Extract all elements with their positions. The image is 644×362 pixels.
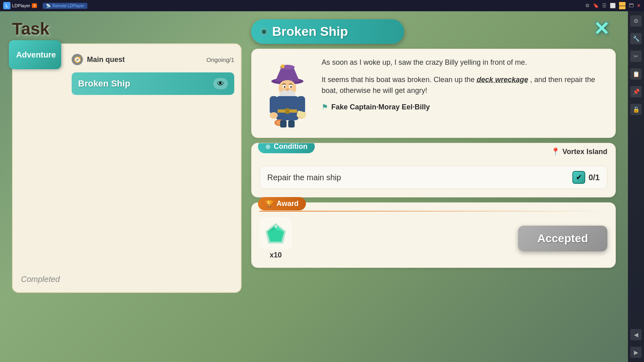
right-sidebar: ⚙ 🔧 ✂ 📋 📌 🔒 ◀ ▶ <box>628 11 644 362</box>
award-tab-text: Award <box>277 200 299 208</box>
condition-header: ⊕ Condition 📍 Vortex Island <box>252 143 615 160</box>
quest-section: 🧭 Main quest Ongoing/1 Broken Ship 👁 <box>72 51 234 95</box>
task-panel: Task Adventure 🧭 Main quest Ongoing/1 Br… <box>12 19 242 293</box>
expand-icon[interactable]: ⬜ <box>610 3 616 8</box>
story-line1: As soon as I woke up, I saw the crazy Bi… <box>322 57 606 68</box>
svg-rect-14 <box>270 96 278 114</box>
adventure-tab[interactable]: Adventure <box>9 40 61 69</box>
svg-point-10 <box>286 88 289 91</box>
bookmark-icon[interactable]: 🔖 <box>593 3 599 8</box>
ldplayer-version-badge: 9 <box>32 3 37 8</box>
quest-item-eye-icon: 👁 <box>213 78 228 89</box>
sidebar-icon-4[interactable]: 📋 <box>630 68 642 80</box>
quest-title-text: Broken Ship <box>272 24 348 39</box>
main-content: Task Adventure 🧭 Main quest Ongoing/1 Br… <box>0 11 628 362</box>
npc-names: Fake Captain·Moray Eel·Billy <box>331 103 430 111</box>
gem-count: x10 <box>270 251 282 259</box>
condition-card: ⊕ Condition 📍 Vortex Island Repair the m… <box>251 143 616 197</box>
ldplayer-logo-icon: L <box>3 2 10 9</box>
sidebar-icon-3[interactable]: ✂ <box>630 51 642 62</box>
quest-icon: 🧭 <box>72 54 83 65</box>
quest-item-name: Broken Ship <box>78 78 130 89</box>
progress-icon: ✔ <box>572 171 585 184</box>
gem-icon-wrap <box>260 217 292 249</box>
quest-name: Main quest <box>87 56 125 64</box>
svg-rect-21 <box>280 120 287 128</box>
story-line2: It seems that his boat was broken. Clean… <box>322 74 606 96</box>
close-button[interactable]: ✕ <box>637 3 641 8</box>
location-name: Vortex Island <box>562 148 607 156</box>
svg-point-8 <box>284 86 285 88</box>
ldplayer-logo-text: LDPlayer <box>12 3 30 8</box>
award-body: x10 Accepted <box>260 217 607 259</box>
award-tab-icon: 🏆 <box>265 200 273 208</box>
story-line2-before: It seems that his boat was broken. Clean… <box>322 76 477 84</box>
npc-icon: ⚑ <box>322 103 328 111</box>
task-card: Adventure 🧭 Main quest Ongoing/1 Broken … <box>12 43 242 293</box>
quest-status: Ongoing/1 <box>206 56 234 63</box>
progress-text: 0/1 <box>588 173 600 182</box>
award-divider <box>260 211 607 212</box>
close-x-icon: ✕ <box>593 18 609 39</box>
condition-row: Repair the main ship ✔ 0/1 <box>260 166 607 189</box>
completed-label: Completed <box>21 275 60 284</box>
award-card: 🏆 Award <box>251 202 616 268</box>
condition-tab-icon: ⊕ <box>265 143 270 150</box>
ldplayer-remote-btn[interactable]: 📡 Remote LDPlayer <box>43 3 87 9</box>
sidebar-icon-1[interactable]: ⚙ <box>630 15 642 27</box>
quest-item-broken-ship[interactable]: Broken Ship 👁 <box>72 72 234 95</box>
settings-icon[interactable]: ⚙ <box>585 3 590 8</box>
sidebar-icon-5[interactable]: 📌 <box>630 86 642 97</box>
maximize-button[interactable]: 🗖 <box>629 3 634 8</box>
award-tab: 🏆 Award <box>258 197 306 210</box>
sidebar-icon-bottom-2[interactable]: ▶ <box>630 347 642 358</box>
story-card: As soon as I woke up, I saw the crazy Bi… <box>251 49 616 138</box>
svg-point-9 <box>290 86 292 88</box>
sidebar-icon-2[interactable]: 🔧 <box>630 33 642 44</box>
quest-detail-panel: Broken Ship ✕ <box>251 19 616 268</box>
npc-line: ⚑ Fake Captain·Moray Eel·Billy <box>322 103 606 111</box>
accepted-button[interactable]: Accepted <box>518 226 607 251</box>
minimize-button[interactable]: — <box>619 2 625 9</box>
location-pin-icon: 📍 <box>551 147 560 156</box>
ldplayer-logo: L LDPlayer 9 <box>3 2 37 9</box>
story-text: As soon as I woke up, I saw the crazy Bi… <box>322 57 606 130</box>
sidebar-icon-bottom-1[interactable]: ◀ <box>630 329 642 340</box>
character-image <box>261 57 314 130</box>
condition-tab: ⊕ Condition <box>258 143 315 153</box>
sidebar-icon-6[interactable]: 🔒 <box>630 104 642 115</box>
story-line2-bold: deck wreckage <box>477 76 528 84</box>
condition-task-text: Repair the main ship <box>267 173 341 182</box>
svg-point-28 <box>275 226 277 228</box>
close-quest-button[interactable]: ✕ <box>593 19 616 42</box>
award-gem: x10 <box>260 217 292 259</box>
condition-tab-text: Condition <box>274 143 308 151</box>
quest-header: 🧭 Main quest Ongoing/1 <box>72 51 234 68</box>
quest-title-dot <box>261 29 267 35</box>
svg-rect-22 <box>288 120 295 128</box>
ldplayer-window-controls: ⚙ 🔖 ☰ ⬜ — 🗖 ✕ <box>585 2 641 9</box>
menu-icon[interactable]: ☰ <box>602 3 607 8</box>
quest-title-bar: Broken Ship <box>251 19 404 44</box>
task-title: Task <box>12 19 242 39</box>
remote-icon: 📡 <box>46 4 51 8</box>
svg-rect-13 <box>285 108 289 114</box>
svg-point-3 <box>281 64 285 68</box>
ldplayer-titlebar: L LDPlayer 9 📡 Remote LDPlayer ⚙ 🔖 ☰ ⬜ —… <box>0 0 644 11</box>
condition-location: 📍 Vortex Island <box>551 147 607 156</box>
condition-body: Repair the main ship ✔ 0/1 <box>252 160 615 197</box>
condition-progress: ✔ 0/1 <box>572 171 600 184</box>
svg-point-16 <box>270 112 278 119</box>
